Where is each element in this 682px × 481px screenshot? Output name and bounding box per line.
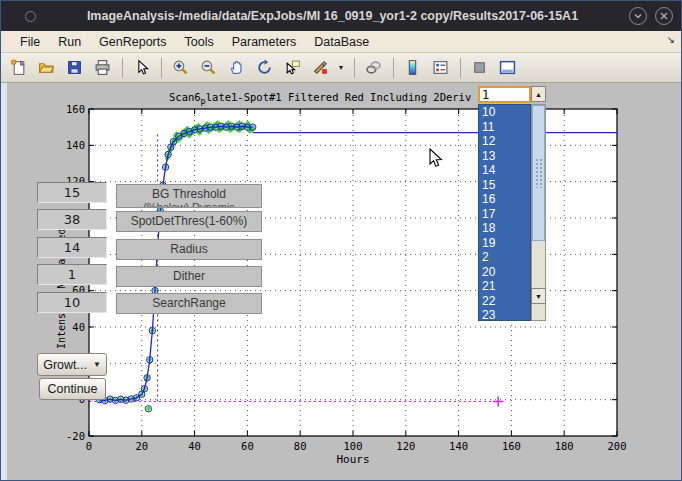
bg-threshold-label: BG Threshold: [117, 188, 261, 201]
new-file-icon: [10, 59, 27, 76]
toolbar-separator: [393, 58, 394, 78]
data-cursor-icon: [284, 59, 301, 76]
spotdetthres-label: SpotDetThres(1-60%): [117, 215, 261, 228]
pan-button[interactable]: [223, 55, 249, 81]
scroll-up-button[interactable]: ▲: [531, 86, 546, 102]
scrollbar-thumb[interactable]: [532, 105, 545, 241]
spot-list-item[interactable]: 23: [479, 308, 530, 321]
toolbar-separator: [354, 58, 355, 78]
spot-list: 10111213141516171819220212223: [478, 104, 531, 321]
brush-button[interactable]: [307, 55, 333, 81]
chevron-down-icon: [633, 11, 643, 21]
titlebar: ImageAnalysis-/media/data/ExpJobs/MI 16_…: [1, 1, 681, 31]
searchrange-button[interactable]: SearchRange: [116, 293, 262, 314]
toolbar-separator: [161, 58, 162, 78]
save-icon: [66, 59, 83, 76]
chevron-down-icon: ▼: [338, 64, 345, 71]
spot-list-item[interactable]: 22: [479, 294, 530, 309]
continue-button[interactable]: Continue: [39, 378, 106, 400]
spot-list-item[interactable]: 20: [479, 265, 530, 280]
open-folder-button[interactable]: [33, 55, 59, 81]
dither-button[interactable]: Dither: [116, 266, 262, 287]
open-folder-icon: [38, 59, 55, 76]
data-cursor-button[interactable]: [279, 55, 305, 81]
close-button[interactable]: [655, 7, 673, 25]
menu-item-tools[interactable]: Tools: [176, 33, 223, 51]
pointer-icon: [133, 59, 150, 76]
rotate-3d-button[interactable]: [251, 55, 277, 81]
brush-icon: [312, 59, 329, 76]
spot-list-item[interactable]: 17: [479, 207, 530, 222]
spotdetthres-button[interactable]: SpotDetThres(1-60%): [116, 211, 262, 232]
hide-plot-tools-icon: [471, 59, 488, 76]
zoom-out-button[interactable]: [195, 55, 221, 81]
spot-list-item[interactable]: 16: [479, 192, 530, 207]
continue-label: Continue: [47, 382, 97, 396]
searchrange-label: SearchRange: [117, 297, 261, 310]
insert-legend-icon: [432, 59, 449, 76]
menu-item-database[interactable]: DataBase: [305, 33, 378, 51]
bg-threshold-button[interactable]: BG Threshold(%below) Dynamic: [116, 184, 262, 208]
menubar: FileRunGenReportsToolsParametersDataBase…: [1, 31, 681, 53]
bg-threshold-input[interactable]: [37, 182, 107, 203]
zoom-in-button[interactable]: [167, 55, 193, 81]
bg-threshold-label2: (%below) Dynamic: [117, 201, 261, 208]
print-button[interactable]: [89, 55, 115, 81]
zoom-in-icon: [172, 59, 189, 76]
chevron-down-icon: ▼: [93, 360, 101, 369]
radius-label: Radius: [117, 243, 261, 256]
spot-list-item[interactable]: 14: [479, 163, 530, 178]
menu-item-parameters[interactable]: Parameters: [223, 33, 306, 51]
spot-listbox: ▲ 10111213141516171819220212223 ▼: [478, 86, 546, 321]
link-plots-button[interactable]: [360, 55, 386, 81]
searchrange-input[interactable]: [37, 292, 107, 313]
link-plots-icon: [365, 59, 382, 76]
rotate-3d-icon: [256, 59, 273, 76]
scroll-down-button[interactable]: ▼: [531, 288, 546, 304]
print-icon: [94, 59, 111, 76]
dither-label: Dither: [117, 270, 261, 283]
spot-list-item[interactable]: 11: [479, 120, 530, 135]
app-window: ImageAnalysis-/media/data/ExpJobs/MI 16_…: [0, 0, 682, 481]
spot-list-item[interactable]: 18: [479, 221, 530, 236]
scrollbar-grip: [535, 158, 544, 188]
radius-button[interactable]: Radius: [116, 239, 262, 260]
brush-caret-button[interactable]: ▼: [335, 55, 347, 81]
window-title: ImageAnalysis-/media/data/ExpJobs/MI 16_…: [36, 9, 629, 23]
spot-list-item[interactable]: 12: [479, 134, 530, 149]
spot-list-item[interactable]: 2: [479, 250, 530, 265]
save-button[interactable]: [61, 55, 87, 81]
menu-item-genreports[interactable]: GenReports: [90, 33, 175, 51]
spot-list-item[interactable]: 19: [479, 236, 530, 251]
insert-colorbar-button[interactable]: [399, 55, 425, 81]
radius-input[interactable]: [37, 237, 107, 258]
spot-list-item[interactable]: 10: [479, 105, 530, 120]
spot-number-input[interactable]: [478, 86, 531, 103]
toolbar: ▼: [1, 53, 681, 83]
window-menu-button[interactable]: [25, 11, 36, 22]
close-icon: [659, 11, 669, 21]
menu-item-run[interactable]: Run: [49, 33, 90, 51]
dither-input[interactable]: [37, 264, 107, 285]
menu-item-file[interactable]: File: [11, 33, 49, 51]
growth-dropdown-label: Growt...: [43, 358, 87, 372]
growth-dropdown[interactable]: Growt...▼: [37, 353, 107, 376]
pan-icon: [228, 59, 245, 76]
hide-plot-tools-button[interactable]: [466, 55, 492, 81]
minimize-button[interactable]: [629, 7, 647, 25]
show-plot-tools-button[interactable]: [494, 55, 520, 81]
spot-list-item[interactable]: 21: [479, 279, 530, 294]
toolbar-separator: [460, 58, 461, 78]
left-edge-strip: [1, 83, 7, 481]
insert-legend-button[interactable]: [427, 55, 453, 81]
spot-list-item[interactable]: 13: [479, 149, 530, 164]
spotdetthres-input[interactable]: [37, 209, 107, 230]
new-file-button[interactable]: [5, 55, 31, 81]
zoom-out-icon: [200, 59, 217, 76]
menu-overflow-icon[interactable]: ↘: [667, 34, 675, 45]
spot-list-item[interactable]: 15: [479, 178, 530, 193]
show-plot-tools-icon: [499, 59, 516, 76]
pointer-button[interactable]: [128, 55, 154, 81]
insert-colorbar-icon: [404, 59, 421, 76]
toolbar-separator: [122, 58, 123, 78]
